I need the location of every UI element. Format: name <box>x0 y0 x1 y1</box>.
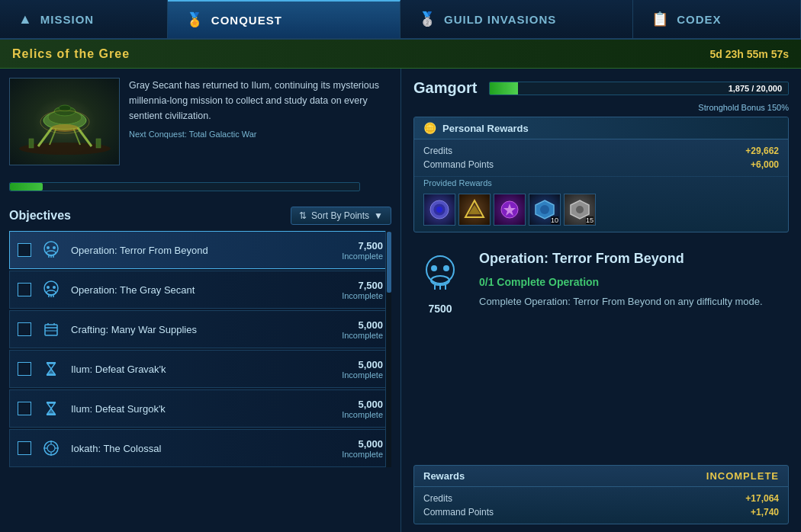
footer-command-points-label: Command Points <box>423 507 600 518</box>
personal-rewards-title: Personal Rewards <box>442 123 529 134</box>
objectives-header: Objectives ⇅ Sort By Points ▼ <box>9 207 391 225</box>
objectives-section: Objectives ⇅ Sort By Points ▼ Operation:… <box>0 199 400 532</box>
progress-bar-fill <box>10 183 43 191</box>
hourglass-icon <box>39 396 63 421</box>
top-navigation: ▲ MISSION 🏅 CONQUEST 🥈 GUILD INVASIONS 📋… <box>0 0 801 40</box>
objective-points: 5,000 Incomplete <box>342 438 383 459</box>
coin-icon: 🪙 <box>423 122 436 134</box>
svg-point-14 <box>47 251 56 255</box>
reward-icon-3 <box>494 194 526 226</box>
event-timer: 5d 23h 55m 57s <box>709 48 789 60</box>
scroll-thumb[interactable] <box>387 232 391 293</box>
objective-item[interactable]: Operation: The Gray Secant 7,500 Incompl… <box>9 271 391 309</box>
svg-point-16 <box>53 246 56 249</box>
svg-point-49 <box>540 205 549 214</box>
tab-conquest[interactable]: 🏅 CONQUEST <box>168 0 400 38</box>
codex-icon: 📋 <box>651 11 669 27</box>
xp-text: 1,875 / 20,000 <box>729 84 782 93</box>
xp-bar-fill <box>490 82 518 95</box>
objective-checkbox[interactable] <box>18 322 31 336</box>
objective-item[interactable]: Crafting: Many War Supplies 5,000 Incomp… <box>9 310 391 348</box>
character-name: Gamgort <box>413 79 477 97</box>
objective-name: Crafting: Many War Supplies <box>71 324 334 335</box>
svg-rect-10 <box>29 139 34 148</box>
reward-icon-2 <box>458 194 491 226</box>
guild-invasions-icon: 🥈 <box>419 11 436 27</box>
character-header: Gamgort 1,875 / 20,000 <box>413 79 789 97</box>
footer-credits-value: +17,064 <box>603 493 779 504</box>
rewards-footer-label: Rewards <box>423 470 465 482</box>
reward-icon-5: 15 <box>564 194 596 226</box>
main-content: Gray Secant has returned to Ilum, contin… <box>0 69 801 532</box>
reward-badge-4: 10 <box>551 216 558 224</box>
footer-credits-label: Credits <box>423 493 600 504</box>
rewards-footer: Rewards INCOMPLETE Credits +17,064 Comma… <box>413 465 789 524</box>
objective-points: 7,500 Incomplete <box>342 280 383 300</box>
objective-completion: 0/1 Complete Operation <box>479 276 789 288</box>
objective-checkbox[interactable] <box>18 441 31 455</box>
objective-item[interactable]: Ilum: Defeat Surgok'k 5,000 Incomplete <box>9 389 391 428</box>
tab-codex[interactable]: 📋 CODEX <box>633 0 801 38</box>
sort-dropdown[interactable]: ⇅ Sort By Points ▼ <box>291 207 391 225</box>
objective-name: Operation: The Gray Secant <box>71 284 334 296</box>
reward-icons: 10 15 <box>414 192 788 232</box>
conquest-icon: 🏅 <box>186 11 204 28</box>
svg-point-23 <box>53 286 56 289</box>
scroll-track[interactable] <box>385 231 391 467</box>
event-artwork <box>15 84 114 160</box>
svg-rect-11 <box>96 139 101 148</box>
svg-point-22 <box>47 286 50 289</box>
target-icon <box>39 436 63 460</box>
svg-point-55 <box>443 265 449 271</box>
objectives-title: Objectives <box>9 209 71 223</box>
tab-guild-invasions-label: GUILD INVASIONS <box>444 13 556 26</box>
skull-icon <box>39 277 63 302</box>
objective-name: Operation: Terror From Beyond <box>71 245 334 256</box>
tab-conquest-label: CONQUEST <box>211 14 282 27</box>
next-conquest-text: Next Conquest: Total Galactic War <box>129 130 391 139</box>
objective-checkbox[interactable] <box>18 243 31 257</box>
mission-icon: ▲ <box>18 11 33 27</box>
hourglass-icon <box>39 357 63 381</box>
tab-mission[interactable]: ▲ MISSION <box>0 0 168 38</box>
skull-icon <box>39 238 63 262</box>
credits-value: +29,662 <box>603 146 779 156</box>
objective-detail-description: Complete Operation: Terror From Beyond o… <box>479 294 789 309</box>
objective-detail-icon <box>417 251 463 296</box>
objective-checkbox[interactable] <box>18 362 31 376</box>
reward-icon-1 <box>423 194 455 226</box>
svg-rect-27 <box>45 325 57 335</box>
personal-rewards-panel: 🪙 Personal Rewards Credits +29,662 Comma… <box>413 117 789 232</box>
provided-rewards-label: Provided Rewards <box>414 176 788 192</box>
objective-name: Ilum: Defeat Surgok'k <box>71 403 334 415</box>
tab-mission-label: MISSION <box>40 13 94 26</box>
objective-name: Ilum: Defeat Gravak'k <box>71 364 334 375</box>
sort-label: Sort By Points <box>311 210 369 221</box>
left-panel: Gray Secant has returned to Ilum, contin… <box>0 69 401 532</box>
objective-points: 5,000 Incomplete <box>342 399 383 419</box>
objective-detail-left: 7500 <box>413 251 467 457</box>
rewards-footer-grid: Credits +17,064 Command Points +1,740 <box>414 487 788 524</box>
rewards-grid: Credits +29,662 Command Points +6,000 <box>414 139 788 176</box>
sort-icon: ⇅ <box>299 210 307 221</box>
objective-checkbox[interactable] <box>18 283 31 296</box>
progress-section <box>0 179 400 199</box>
event-info: Gray Secant has returned to Ilum, contin… <box>0 69 400 179</box>
svg-point-44 <box>436 207 442 213</box>
objective-item[interactable]: Iokath: The Colossal 5,000 Incomplete <box>9 429 391 467</box>
chevron-down-icon: ▼ <box>374 210 383 221</box>
objective-checkbox[interactable] <box>18 402 31 415</box>
svg-point-37 <box>47 444 55 452</box>
objective-detail-right: Operation: Terror From Beyond 0/1 Comple… <box>479 251 789 457</box>
command-points-label: Command Points <box>423 159 600 170</box>
tab-guild-invasions[interactable]: 🥈 GUILD INVASIONS <box>400 0 633 38</box>
objective-item[interactable]: Operation: Terror From Beyond 7,500 Inco… <box>9 231 391 269</box>
objective-item[interactable]: Ilum: Defeat Gravak'k 5,000 Incomplete <box>9 350 391 388</box>
event-image <box>9 78 120 165</box>
reward-icon-4: 10 <box>529 194 561 226</box>
objectives-list: Operation: Terror From Beyond 7,500 Inco… <box>9 231 391 467</box>
right-panel: Gamgort 1,875 / 20,000 Stronghold Bonus … <box>401 69 801 532</box>
credits-label: Credits <box>423 146 600 156</box>
svg-point-15 <box>47 246 50 249</box>
command-points-value: +6,000 <box>603 159 779 170</box>
